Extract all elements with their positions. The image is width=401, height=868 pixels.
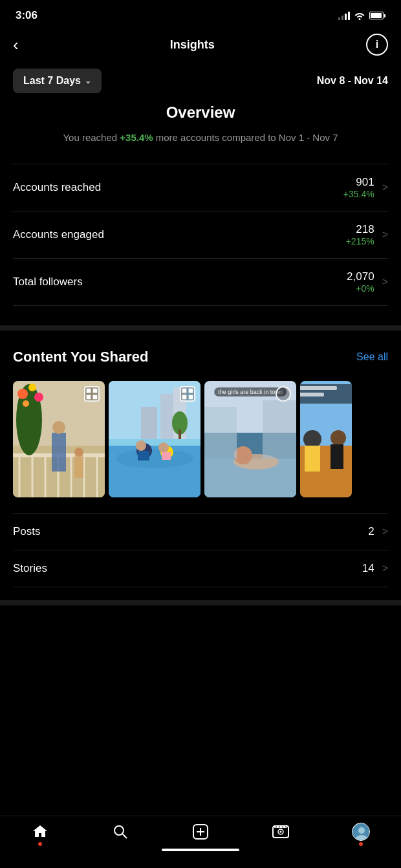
metric-row-accounts-engaged[interactable]: Accounts engaged 218 +215% > — [13, 211, 388, 258]
svg-rect-40 — [182, 395, 187, 399]
svg-point-69 — [279, 827, 280, 828]
subtitle-suffix: more accounts compared to Nov 1 - Nov 7 — [153, 132, 338, 143]
overview-subtitle: You reached +35.4% more accounts compare… — [13, 131, 388, 146]
svg-point-71 — [285, 827, 287, 828]
svg-rect-17 — [74, 455, 83, 478]
metric-row-total-followers[interactable]: Total followers 2,070 +0% > — [13, 258, 388, 306]
metric-change: +215% — [346, 236, 374, 246]
date-range-label: Nov 8 - Nov 14 — [317, 75, 388, 87]
subtitle-prefix: You reached — [63, 132, 120, 143]
svg-point-70 — [282, 827, 283, 828]
status-icons — [338, 11, 385, 20]
svg-point-54 — [331, 430, 346, 446]
svg-point-14 — [23, 400, 29, 407]
metric-change: +0% — [347, 283, 374, 294]
metric-values: 901 +35.4% — [343, 176, 374, 199]
info-button[interactable]: i — [366, 34, 388, 56]
metric-change: +35.4% — [343, 189, 374, 199]
svg-point-73 — [358, 827, 365, 834]
search-icon — [111, 823, 129, 841]
content-header: Content You Shared See all — [13, 349, 388, 365]
svg-rect-19 — [87, 388, 91, 393]
svg-rect-48 — [263, 400, 296, 459]
thumbnails-row: the girls are back in town — [13, 381, 388, 497]
bottom-nav — [0, 816, 401, 868]
back-button[interactable]: ‹ — [13, 36, 19, 53]
signal-bars-icon — [338, 11, 350, 20]
thumbnail-2[interactable] — [109, 381, 200, 497]
svg-rect-22 — [93, 395, 98, 399]
metric-values: 218 +215% — [346, 223, 374, 246]
bottom-nav-inner — [0, 823, 401, 841]
metric-label: Accounts engaged — [13, 228, 104, 241]
svg-point-12 — [28, 384, 36, 391]
chevron-right-icon: > — [382, 276, 388, 288]
stories-count: 14 — [362, 562, 374, 575]
list-right: 2 > — [368, 525, 388, 538]
chevron-down-icon: ⌄ — [85, 76, 91, 85]
svg-rect-29 — [179, 429, 181, 439]
nav-item-home[interactable] — [31, 823, 49, 841]
metric-label: Accounts reached — [13, 181, 101, 194]
metric-number: 901 — [343, 176, 374, 189]
filter-row: Last 7 Days ⌄ Nov 8 - Nov 14 — [0, 63, 401, 103]
home-indicator — [0, 845, 401, 855]
posts-label: Posts — [13, 525, 41, 538]
status-bar: 3:06 — [0, 0, 401, 28]
date-filter-button[interactable]: Last 7 Days ⌄ — [13, 69, 102, 93]
svg-rect-39 — [189, 388, 193, 393]
reels-icon — [272, 823, 290, 841]
content-title: Content You Shared — [13, 349, 148, 365]
post-icon — [180, 386, 195, 402]
svg-rect-37 — [162, 452, 171, 460]
svg-rect-53 — [305, 446, 320, 472]
stories-label: Stories — [13, 562, 47, 575]
svg-rect-57 — [300, 386, 337, 390]
nav-item-search[interactable] — [111, 823, 129, 841]
thumbnail-4[interactable] — [300, 381, 352, 497]
svg-point-16 — [52, 421, 65, 434]
home-icon — [31, 823, 49, 841]
stories-list-item[interactable]: Stories 14 > — [13, 550, 388, 587]
post-icon — [84, 386, 100, 402]
metric-right: 218 +215% > — [346, 223, 388, 246]
svg-rect-27 — [141, 407, 157, 439]
nav-title: Insights — [170, 38, 215, 52]
metric-number: 218 — [346, 223, 374, 236]
svg-rect-47 — [204, 407, 237, 459]
svg-rect-41 — [189, 395, 193, 399]
svg-line-60 — [123, 834, 127, 839]
svg-point-18 — [74, 448, 83, 457]
posts-count: 2 — [368, 525, 374, 538]
posts-list-item[interactable]: Posts 2 > — [13, 513, 388, 550]
nav-item-reels[interactable] — [272, 823, 290, 841]
see-all-button[interactable]: See all — [356, 351, 388, 363]
overview-title: Overview — [13, 103, 388, 122]
svg-point-52 — [303, 430, 321, 448]
svg-rect-15 — [52, 433, 66, 472]
svg-rect-55 — [331, 444, 343, 469]
svg-rect-58 — [300, 393, 324, 396]
subtitle-highlight: +35.4% — [120, 132, 153, 143]
thumbnail-3[interactable]: the girls are back in town — [204, 381, 296, 497]
svg-point-46 — [234, 446, 252, 464]
battery-icon — [369, 12, 385, 19]
nav-item-profile[interactable] — [352, 823, 370, 841]
svg-point-68 — [276, 827, 277, 828]
nav-item-create[interactable] — [191, 823, 210, 841]
svg-rect-36 — [138, 451, 149, 461]
overview-section: Overview You reached +35.4% more account… — [0, 103, 401, 331]
chevron-right-icon: > — [382, 182, 388, 193]
thumbnail-1[interactable] — [13, 381, 105, 497]
profile-avatar — [352, 823, 370, 841]
list-right: 14 > — [362, 562, 388, 575]
svg-point-13 — [34, 393, 43, 402]
nav-bar: ‹ Insights i — [0, 28, 401, 63]
svg-point-35 — [158, 442, 169, 453]
metric-row-accounts-reached[interactable]: Accounts reached 901 +35.4% > — [13, 164, 388, 211]
chevron-right-icon: > — [382, 526, 388, 537]
svg-point-59 — [114, 826, 124, 835]
svg-point-11 — [17, 389, 28, 399]
chevron-right-icon: > — [382, 229, 388, 241]
story-icon — [276, 386, 291, 402]
